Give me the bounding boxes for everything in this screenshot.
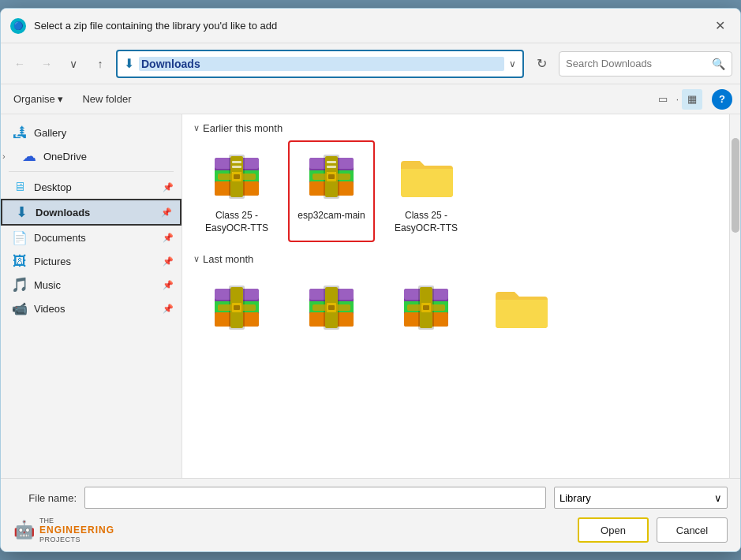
gallery-icon: 🏞 [12, 125, 28, 140]
desktop-icon: 🖥 [12, 179, 28, 195]
sidebar-item-videos[interactable]: 📹 Videos 📌 [1, 297, 182, 320]
scrollbar-thumb[interactable] [732, 138, 739, 233]
filename-input[interactable] [84, 487, 546, 509]
svg-rect-6 [232, 161, 241, 163]
sidebar-item-desktop[interactable]: 🖥 Desktop 📌 [1, 175, 182, 199]
svg-rect-43 [328, 305, 335, 310]
svg-rect-19 [327, 161, 336, 163]
search-input[interactable] [566, 58, 707, 69]
toolbar: ← → ∨ ↑ ⬇ Downloads ∨ ↻ 🔍 [1, 43, 740, 84]
zip-icon-esp32cam [303, 148, 360, 205]
filetype-dropdown-icon: ∨ [714, 492, 722, 504]
section-chevron-earlier: ∨ [193, 123, 200, 133]
onedrive-icon: ☁ [21, 148, 37, 164]
view-button-grid[interactable]: ▦ [682, 89, 702, 110]
sidebar-label-desktop: Desktop [34, 181, 72, 193]
organise-button[interactable]: Organise ▾ [9, 91, 68, 107]
logo-text: THE ENGINEERING PROJECTS [39, 517, 114, 543]
logo-the-label: THE [39, 517, 114, 525]
section-earlier-header[interactable]: ∨ Earlier this month [193, 122, 718, 134]
file-item-class25-1[interactable]: Class 25 - EasyOCR-TTS [193, 140, 280, 242]
logo-sub-label: PROJECTS [39, 536, 114, 543]
sidebar-label-music: Music [34, 279, 61, 291]
file-item-class25-folder[interactable]: Class 25 - EasyOCR-TTS [383, 140, 470, 242]
help-button[interactable]: ? [712, 89, 732, 110]
view-separator: · [676, 94, 679, 105]
file-item-last-1[interactable] [193, 271, 280, 349]
folder-icon-last [492, 279, 549, 336]
logo-area: 🤖 THE ENGINEERING PROJECTS [13, 517, 570, 543]
sidebar-item-gallery[interactable]: 🏞 Gallery [1, 121, 182, 144]
filetype-select[interactable]: Library ∨ [554, 487, 728, 509]
up-button[interactable]: ↑ [89, 53, 111, 75]
logo-brand-label: ENGINEERING [39, 525, 114, 536]
dialog-window: 🔵 Select a zip file containing the libra… [0, 8, 741, 552]
sidebar-label-documents: Documents [34, 232, 86, 244]
back-button[interactable]: ← [9, 53, 31, 75]
address-dropdown-icon[interactable]: ∨ [509, 58, 516, 69]
pin-icon-downloads: 📌 [161, 207, 172, 218]
pin-icon-pictures: 📌 [163, 256, 174, 267]
sidebar: 🏞 Gallery › ☁ OneDrive 🖥 Desktop 📌 ⬇ Dow… [1, 114, 182, 478]
dialog-title: Select a zip file containing the library… [34, 20, 701, 32]
svg-rect-20 [327, 166, 336, 168]
view-button-list[interactable]: ▭ [653, 89, 673, 110]
zip-icon-class25-1 [208, 148, 265, 205]
sidebar-item-documents[interactable]: 📄 Documents 📌 [1, 226, 182, 249]
close-button[interactable]: ✕ [709, 15, 731, 37]
view-buttons: ▭ · ▦ [653, 89, 702, 110]
scrollbar-track [729, 114, 740, 478]
title-bar: 🔵 Select a zip file containing the libra… [1, 9, 740, 43]
pin-icon-desktop: 📌 [163, 182, 174, 192]
filetype-label: Library [559, 492, 591, 504]
sidebar-label-videos: Videos [34, 303, 65, 315]
action-row: 🤖 THE ENGINEERING PROJECTS Open Cancel [13, 517, 728, 543]
pin-icon-videos: 📌 [163, 304, 174, 314]
content-area: ∨ Earlier this month [182, 114, 729, 478]
forward-button[interactable]: → [36, 53, 58, 75]
svg-rect-25 [328, 174, 335, 179]
svg-rect-7 [232, 166, 241, 168]
action-bar: Organise ▾ New folder ▭ · ▦ ? [1, 84, 740, 114]
sidebar-label-gallery: Gallery [34, 127, 66, 139]
sidebar-label-onedrive: OneDrive [43, 151, 87, 162]
refresh-button[interactable]: ↻ [529, 51, 554, 77]
zip-icon-last-3 [398, 279, 455, 336]
file-item-last-2[interactable] [288, 271, 375, 349]
cancel-button[interactable]: Cancel [657, 517, 728, 543]
sidebar-item-pictures[interactable]: 🖼 Pictures 📌 [1, 249, 182, 273]
file-grid-last [193, 271, 718, 349]
history-dropdown-button[interactable]: ∨ [62, 53, 84, 75]
open-button[interactable]: Open [578, 517, 649, 543]
svg-rect-12 [234, 174, 240, 179]
documents-icon: 📄 [12, 230, 28, 245]
sidebar-item-music[interactable]: 🎵 Music 📌 [1, 273, 182, 297]
filename-row: File name: Library ∨ [13, 487, 728, 509]
pin-icon-music: 📌 [163, 280, 174, 290]
app-icon: 🔵 [10, 18, 26, 34]
music-icon: 🎵 [12, 277, 28, 293]
sidebar-item-onedrive[interactable]: › ☁ OneDrive [1, 144, 182, 168]
file-label-class25-folder: Class 25 - EasyOCR-TTS [389, 210, 463, 234]
section-earlier-label: Earlier this month [203, 122, 283, 134]
sidebar-label-pictures: Pictures [34, 256, 71, 267]
bottom-bar: File name: Library ∨ 🤖 THE ENGINEERING P… [1, 478, 740, 551]
sidebar-item-downloads[interactable]: ⬇ Downloads 📌 [1, 199, 182, 226]
pin-icon-documents: 📌 [163, 233, 174, 243]
file-item-esp32cam[interactable]: esp32cam-main [288, 140, 375, 242]
file-item-last-folder[interactable] [477, 271, 564, 349]
section-last-header[interactable]: ∨ Last month [193, 253, 718, 265]
videos-icon: 📹 [12, 301, 28, 316]
svg-rect-52 [423, 305, 429, 310]
app-icon-text: 🔵 [13, 21, 23, 30]
zip-icon-last-2 [303, 279, 360, 336]
new-folder-button[interactable]: New folder [77, 91, 136, 107]
pictures-icon: 🖼 [12, 253, 28, 269]
downloads-arrow-icon: ⬇ [124, 56, 134, 71]
folder-icon-class25 [398, 148, 455, 205]
section-chevron-last: ∨ [193, 254, 200, 264]
main-area: 🏞 Gallery › ☁ OneDrive 🖥 Desktop 📌 ⬇ Dow… [1, 114, 740, 478]
file-item-last-3[interactable] [383, 271, 470, 349]
section-last-label: Last month [203, 253, 253, 265]
downloads-icon: ⬇ [13, 204, 29, 220]
